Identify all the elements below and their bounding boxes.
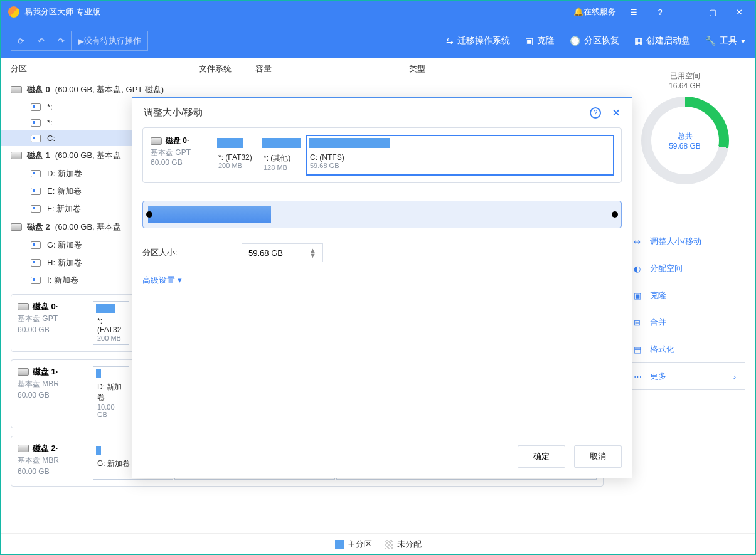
modal-partition-selected[interactable]: C: (NTFS)59.68 GB — [306, 135, 614, 175]
drive-icon — [31, 188, 41, 195]
column-headers: 分区 文件系统 容量 类型 — [1, 58, 614, 80]
disk-icon — [151, 137, 162, 145]
tools-button[interactable]: 🔧工具 ▾ — [705, 35, 745, 46]
primary-swatch-icon — [335, 540, 344, 549]
used-space-chart: 已用空间 16.64 GB 总共59.68 GB — [624, 71, 745, 184]
legend: 主分区 未分配 — [1, 533, 755, 554]
col-fs: 文件系统 — [199, 63, 255, 75]
online-service-link[interactable]: 🔔在线服务 — [573, 6, 616, 18]
disk-row[interactable]: 磁盘 0 (60.00 GB, 基本盘, GPT 磁盘) — [1, 80, 614, 99]
col-partition: 分区 — [11, 63, 199, 75]
menu-icon[interactable]: ☰ — [625, 3, 642, 21]
col-type: 类型 — [409, 63, 472, 75]
chevron-down-icon: ▾ — [178, 275, 182, 285]
resize-icon: ⇔ — [634, 237, 644, 246]
grid-icon: ▦ — [634, 36, 642, 46]
disk-card-partition[interactable]: D: 新加卷10.00 GB — [93, 366, 129, 421]
drive-icon — [31, 119, 41, 127]
clone-icon: ▣ — [525, 36, 533, 46]
recover-button[interactable]: 🕒分区恢复 — [570, 35, 619, 46]
pending-ops-button[interactable]: ▶ 没有待执行操作 — [72, 31, 148, 51]
redo-button[interactable]: ↷ — [51, 31, 72, 51]
drive-icon — [31, 103, 41, 111]
ok-button[interactable]: 确定 — [518, 445, 565, 468]
toolbar: ⟳ ↶ ↷ ▶ 没有待执行操作 ⇆迁移操作系统 ▣克隆 🕒分区恢复 ▦创建启动盘… — [1, 23, 755, 58]
chevron-down-icon: ▾ — [741, 36, 745, 46]
action-more[interactable]: ⋯更多› — [624, 362, 745, 390]
disk-icon — [18, 303, 29, 310]
undo-button[interactable]: ↶ — [31, 31, 51, 51]
unalloc-swatch-icon — [385, 540, 393, 549]
size-input[interactable]: 59.68 GB▲▼ — [242, 243, 323, 262]
drive-icon — [31, 135, 41, 142]
refresh-button[interactable]: ⟳ — [11, 31, 31, 51]
close-icon[interactable]: ✕ — [730, 3, 748, 21]
clone-icon: ▣ — [634, 291, 644, 300]
more-icon: ⋯ — [634, 372, 644, 381]
disk-icon — [18, 368, 29, 376]
modal-disk-preview: 磁盘 0· 基本盘 GPT 60.00 GB *: (FAT32)200 MB … — [142, 127, 622, 183]
drive-icon — [31, 241, 41, 249]
recover-icon: 🕒 — [570, 36, 580, 46]
resize-slider[interactable] — [142, 201, 622, 228]
advanced-link[interactable]: 高级设置 ▾ — [142, 275, 622, 286]
size-label: 分区大小: — [142, 247, 230, 258]
used-space-value: 16.64 GB — [624, 82, 745, 90]
disk-card-partition[interactable]: *: (FAT32200 MB — [93, 301, 129, 345]
format-icon: ▤ — [634, 345, 644, 354]
help-icon[interactable]: ? — [651, 3, 669, 21]
modal-partition[interactable]: *: (FAT32)200 MB — [215, 135, 258, 175]
modal-partition[interactable]: *: (其他)128 MB — [260, 135, 305, 175]
app-logo-icon — [8, 6, 19, 18]
action-allocate[interactable]: ◐分配空间 — [624, 255, 745, 282]
drive-icon — [31, 170, 41, 177]
stepper-icon[interactable]: ▲▼ — [309, 248, 316, 258]
action-format[interactable]: ▤格式化 — [624, 336, 745, 363]
action-resize[interactable]: ⇔调整大小/移动 — [624, 228, 745, 255]
drive-icon — [31, 277, 41, 284]
resize-modal: 调整大小/移动 ? ✕ 磁盘 0· 基本盘 GPT 60.00 GB *: (F… — [132, 97, 632, 478]
chevron-right-icon: › — [733, 372, 736, 381]
wrench-icon: 🔧 — [705, 36, 716, 46]
col-capacity: 容量 — [255, 63, 409, 75]
action-merge[interactable]: ⊞合并 — [624, 309, 745, 336]
clone-button[interactable]: ▣克隆 — [525, 35, 555, 46]
boot-disk-button[interactable]: ▦创建启动盘 — [634, 35, 690, 46]
used-space-label: 已用空间 — [624, 71, 745, 82]
migrate-os-button[interactable]: ⇆迁移操作系统 — [446, 35, 510, 46]
drive-icon — [31, 205, 41, 213]
app-title: 易我分区大师 专业版 — [24, 6, 573, 18]
slider-handle-left[interactable] — [146, 211, 152, 218]
modal-help-icon[interactable]: ? — [590, 107, 601, 119]
merge-icon: ⊞ — [634, 318, 644, 327]
modal-title: 调整大小/移动 — [144, 107, 203, 119]
titlebar: 易我分区大师 专业版 🔔在线服务 ☰ ? — ▢ ✕ — [1, 1, 755, 23]
swap-icon: ⇆ — [446, 36, 454, 46]
allocate-icon: ◐ — [634, 264, 644, 273]
disk-icon — [11, 86, 22, 93]
maximize-icon[interactable]: ▢ — [704, 3, 721, 21]
modal-close-icon[interactable]: ✕ — [612, 107, 620, 119]
minimize-icon[interactable]: — — [678, 3, 695, 21]
disk-icon — [18, 445, 29, 452]
drive-icon — [31, 259, 41, 267]
disk-icon — [11, 223, 22, 231]
disk-icon — [11, 152, 22, 159]
slider-handle-right[interactable] — [612, 211, 618, 218]
cancel-button[interactable]: 取消 — [574, 445, 622, 468]
action-clone[interactable]: ▣克隆 — [624, 282, 745, 309]
